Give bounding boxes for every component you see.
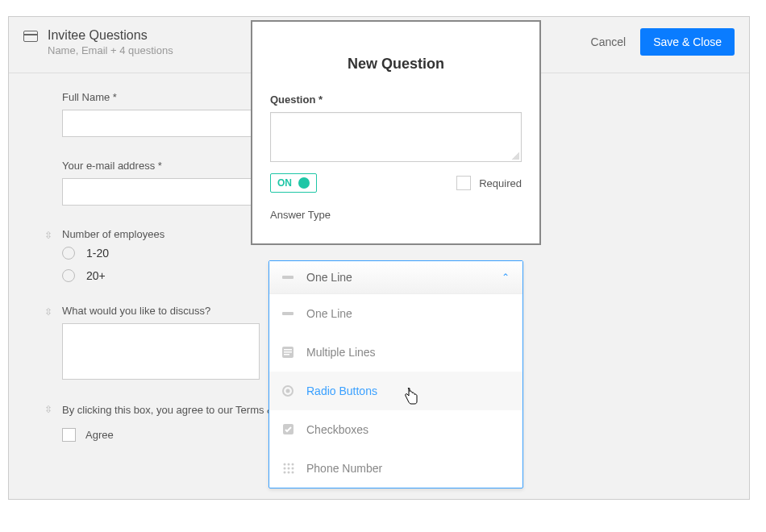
svg-point-12 [284,468,286,470]
option-label: Phone Number [306,462,382,475]
answer-type-selected-label: One Line [306,271,502,284]
svg-rect-5 [284,354,289,355]
svg-rect-3 [284,349,292,351]
checkboxes-icon [282,423,295,436]
radio-icon [62,269,75,282]
toggle-label: ON [277,177,292,189]
phone-number-icon [282,462,295,475]
required-checkbox-row[interactable]: Required [456,176,522,190]
answer-type-option-radio-buttons[interactable]: Radio Buttons [269,372,522,410]
option-label: Multiple Lines [306,346,376,359]
question-textarea[interactable] [270,112,522,162]
modal-title: New Question [252,56,539,73]
new-question-modal: New Question Question * ON Required Answ… [251,20,541,245]
settings-panel: Invitee Questions Name, Email + 4 questi… [8,16,750,500]
svg-point-15 [284,472,286,474]
reorder-handle-icon[interactable]: ⇳ [44,306,52,319]
one-line-icon [282,273,295,281]
required-label: Required [479,177,522,189]
employees-option-2-label: 20+ [86,269,106,282]
svg-point-10 [288,463,290,466]
option-label: Checkboxes [306,423,368,436]
answer-type-selected[interactable]: One Line ⌃ [269,261,522,294]
required-checkbox [456,176,471,190]
save-close-button[interactable]: Save & Close [640,28,735,56]
panel-subtitle: Name, Email + 4 questions [48,44,173,56]
cancel-button[interactable]: Cancel [591,35,627,48]
answer-type-label: Answer Type [270,209,522,221]
terms-label: By clicking this box, you agree to our T… [62,404,281,416]
employees-option-1-label: 1-20 [86,247,109,260]
answer-type-option-checkboxes[interactable]: Checkboxes [269,410,522,449]
option-label: Radio Buttons [306,384,377,397]
svg-point-14 [292,468,294,470]
multiple-lines-icon [282,347,295,358]
one-line-icon [282,310,295,318]
reorder-handle-icon[interactable]: ⇳ [44,230,52,243]
svg-point-7 [286,389,290,393]
questions-icon [23,31,38,42]
svg-point-13 [288,468,290,470]
radio-buttons-icon [282,384,295,397]
email-input[interactable] [62,178,260,206]
svg-point-17 [292,472,294,474]
fullname-input[interactable] [62,110,260,137]
agree-checkbox[interactable] [62,428,76,442]
svg-rect-0 [282,276,293,279]
svg-point-16 [288,472,290,474]
option-label: One Line [306,307,352,320]
reorder-handle-icon[interactable]: ⇳ [44,404,52,417]
answer-type-option-one-line[interactable]: One Line [269,294,522,333]
svg-rect-4 [284,351,292,353]
panel-title: Invitee Questions [48,28,173,43]
question-field-label: Question * [270,94,522,106]
svg-point-9 [284,463,286,466]
svg-point-11 [292,463,294,466]
chevron-up-icon: ⌃ [502,272,510,283]
toggle-knob-icon [298,177,310,189]
answer-type-option-phone-number[interactable]: Phone Number [269,449,522,488]
agree-label: Agree [85,429,114,441]
answer-type-dropdown[interactable]: One Line ⌃ One Line Multiple Lines [269,260,523,488]
svg-rect-1 [282,312,293,315]
active-toggle[interactable]: ON [270,173,317,193]
employees-option-1[interactable]: 1-20 [62,247,725,260]
radio-icon [62,247,75,260]
discuss-textarea[interactable] [62,323,260,380]
answer-type-option-multiple-lines[interactable]: Multiple Lines [269,333,522,372]
